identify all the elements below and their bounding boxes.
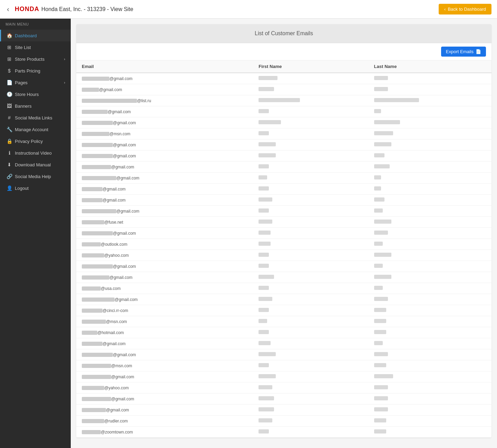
banners-icon: 🖼: [7, 103, 12, 109]
cell-last-name: [369, 84, 491, 95]
cell-first-name: [253, 371, 368, 382]
cell-first-name: [253, 184, 368, 195]
cell-last-name: [369, 173, 491, 184]
table-row: @gmail.com: [76, 195, 491, 206]
sidebar-item-store-hours[interactable]: 🕐 Store Hours: [0, 88, 71, 100]
sidebar-item-social-media-links[interactable]: # Social Media Links: [0, 112, 71, 124]
table-row: @gmail.com: [76, 338, 491, 349]
cell-email: @gmail.com: [76, 184, 253, 195]
cell-last-name: [369, 73, 491, 84]
cell-email: @fuse.net: [76, 217, 253, 228]
sidebar-item-banners[interactable]: 🖼 Banners: [0, 100, 71, 112]
sidebar-item-label: Banners: [15, 104, 31, 109]
chevron-icon: ›: [64, 57, 65, 61]
cell-email: @gmail.com: [76, 206, 253, 217]
sidebar-item-social-media-help[interactable]: 🔗 Social Media Help: [0, 171, 71, 182]
cell-last-name: [369, 239, 491, 250]
download-manual-icon: ⬇: [7, 162, 12, 167]
table-row: @yahoo.com: [76, 382, 491, 393]
cell-last-name: [369, 195, 491, 206]
cell-last-name: [369, 416, 491, 427]
table-row: @gmail.com: [76, 106, 491, 117]
cell-email: @msn.com: [76, 316, 253, 327]
sidebar-item-parts-pricing[interactable]: $ Parts Pricing: [0, 65, 71, 77]
cell-email: @gmail.com: [76, 371, 253, 382]
cell-email: @gmail.com: [76, 338, 253, 349]
table-row: @gmail.com: [76, 228, 491, 239]
cell-first-name: [253, 106, 368, 117]
sidebar-item-manage-account[interactable]: 🔧 Manage Account: [0, 124, 71, 135]
honda-logo: HONDA: [15, 6, 39, 13]
cell-first-name: [253, 139, 368, 150]
sidebar-item-label: Pages: [15, 80, 28, 85]
top-header: ‹ HONDA Honda East, Inc. - 313239 - View…: [0, 0, 497, 19]
back-dashboard-chevron: ‹: [444, 7, 446, 12]
sidebar-item-label: Store Hours: [15, 92, 39, 97]
table-row: @rudler.com: [76, 416, 491, 427]
table-row: @hotmail.com: [76, 327, 491, 338]
table-row: @gmail.com: [76, 272, 491, 283]
cell-first-name: [253, 427, 368, 438]
parts-pricing-icon: $: [7, 68, 12, 74]
cell-last-name: [369, 371, 491, 382]
sidebar-item-store-products[interactable]: ⊞ Store Products ›: [0, 53, 71, 65]
sidebar-item-dashboard[interactable]: 🏠 Dashboard: [0, 30, 71, 41]
cell-email: @gmail.com: [76, 228, 253, 239]
cell-email: @gmail.com: [76, 349, 253, 360]
cell-last-name: [369, 360, 491, 371]
cell-last-name: [369, 162, 491, 173]
table-head: Email First Name Last Name: [76, 60, 491, 73]
table-row: @zoomtown.com: [76, 427, 491, 438]
social-media-links-icon: #: [7, 115, 12, 120]
table-row: @gmail.com: [76, 349, 491, 360]
export-emails-button[interactable]: Export Emails 📄: [441, 47, 486, 57]
table-row: @gmail.com: [76, 371, 491, 382]
cell-email: @yahoo.com: [76, 250, 253, 261]
sidebar-item-privacy-policy[interactable]: 🔒 Privacy Policy: [0, 135, 71, 147]
back-dashboard-button[interactable]: ‹ Back to Dashboard: [439, 4, 491, 14]
chevron-icon: ›: [64, 80, 65, 85]
cell-first-name: [253, 360, 368, 371]
cell-first-name: [253, 405, 368, 416]
cell-email: @gmail.com: [76, 393, 253, 405]
table-row: @gmail.com: [76, 405, 491, 416]
col-email: Email: [76, 60, 253, 73]
sidebar-item-download-manual[interactable]: ⬇ Download Manual: [0, 159, 71, 171]
cell-email: @msn.com: [76, 128, 253, 139]
instructional-video-icon: ℹ: [7, 150, 12, 156]
cell-email: @gmail.com: [76, 405, 253, 416]
cell-email: @gmail.com: [76, 261, 253, 272]
sidebar-item-logout[interactable]: 👤 Logout: [0, 182, 71, 194]
sidebar-item-label: Instructional Video: [15, 150, 52, 156]
cell-email: @gmail.com: [76, 294, 253, 305]
table-row: @msn.com: [76, 360, 491, 371]
cell-last-name: [369, 228, 491, 239]
cell-email: @gmail.com: [76, 162, 253, 173]
cell-first-name: [253, 128, 368, 139]
cell-last-name: [369, 128, 491, 139]
export-row: Export Emails 📄: [76, 43, 491, 60]
back-button[interactable]: ‹: [6, 4, 11, 14]
table-row: @gmail.com: [76, 150, 491, 162]
cell-email: @gmail.com: [76, 139, 253, 150]
sidebar-item-instructional-video[interactable]: ℹ Instructional Video: [0, 147, 71, 159]
cell-email: @msn.com: [76, 360, 253, 371]
page-title: List of Customer Emails: [82, 30, 485, 37]
cell-first-name: [253, 95, 368, 106]
cell-last-name: [369, 294, 491, 305]
table-row: @gmail.com: [76, 173, 491, 184]
cell-email: @hotmail.com: [76, 327, 253, 338]
cell-last-name: [369, 117, 491, 128]
cell-email: @rudler.com: [76, 416, 253, 427]
cell-first-name: [253, 393, 368, 405]
table-row: @gmail.com: [76, 261, 491, 272]
cell-last-name: [369, 250, 491, 261]
sidebar-item-site-list[interactable]: ⊞ Site List: [0, 41, 71, 53]
brand-title: HONDA Honda East, Inc. - 313239 - View S…: [15, 6, 134, 13]
sidebar-item-pages[interactable]: 📄 Pages ›: [0, 77, 71, 88]
table-row: @outlook.com: [76, 239, 491, 250]
cell-last-name: [369, 427, 491, 438]
cell-email: @gmail.com: [76, 173, 253, 184]
cell-first-name: [253, 150, 368, 162]
cell-first-name: [253, 261, 368, 272]
